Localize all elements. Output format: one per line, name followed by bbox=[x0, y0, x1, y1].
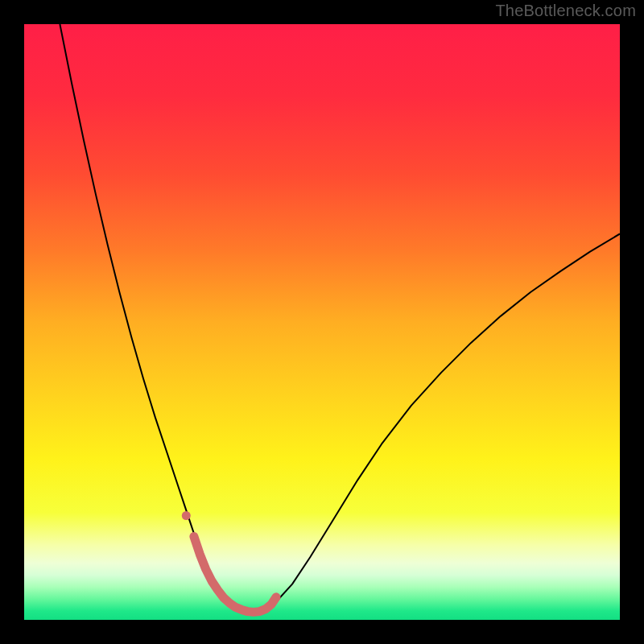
chart-svg bbox=[24, 24, 620, 620]
chart-frame: TheBottleneck.com bbox=[0, 0, 644, 644]
plot-area bbox=[24, 24, 620, 620]
gradient-background bbox=[24, 24, 620, 620]
highlight-dot bbox=[182, 511, 191, 520]
watermark-text: TheBottleneck.com bbox=[495, 2, 636, 20]
